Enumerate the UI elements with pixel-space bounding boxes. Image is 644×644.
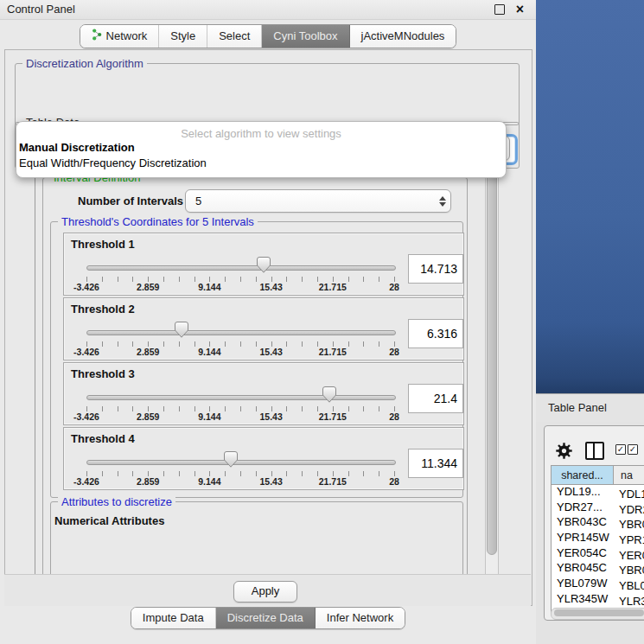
cell-name: YLR3: [614, 595, 644, 608]
threshold-block-1: Threshold 1 -3.4262.8599.14415.4321.7152…: [63, 233, 464, 296]
table-rows: YDL19...YDL1YDR27...YDR2YBR043CYBR0YPR14…: [552, 485, 644, 615]
scale-labels: -3.4262.8599.14415.4321.71528: [86, 347, 394, 357]
slider-thumb[interactable]: [224, 451, 238, 471]
tab-infer-network[interactable]: Infer Network: [316, 608, 405, 628]
tab-jactivemnodules[interactable]: jActiveMNodules: [350, 25, 456, 48]
tab-label: Style: [170, 29, 195, 42]
threshold-value-box[interactable]: 14.713: [408, 254, 463, 284]
cell-name: YDR2: [614, 503, 644, 516]
table-row[interactable]: YBR045CYBR0: [552, 561, 644, 577]
scale-label: 28: [389, 282, 399, 292]
table-row[interactable]: YDR27...YDR2: [552, 501, 644, 516]
panel-title: Control Panel: [7, 3, 75, 16]
group-title: Attributes to discretize: [58, 495, 175, 508]
discretization-algorithm-group: Discretization Algorithm: [15, 63, 520, 125]
tab-label: Cyni Toolbox: [273, 29, 337, 42]
table-panel-box: ✓ ✓ shared... na YDL19...YDL1YDR27...YDR…: [544, 425, 644, 621]
tab-discretize-data[interactable]: Discretize Data: [216, 608, 316, 628]
num-intervals-label: Number of Intervals: [78, 194, 183, 207]
scale-label: 28: [389, 476, 399, 487]
tab-label: Infer Network: [327, 611, 393, 624]
table-row[interactable]: YLR345WYLR3: [552, 592, 644, 608]
num-intervals-value: 5: [186, 194, 435, 207]
popup-item-manual-discretization[interactable]: Manual Discretization: [19, 141, 135, 154]
tab-label: Network: [106, 29, 148, 42]
scale-label: 21.715: [319, 347, 347, 357]
scale-labels: -3.4262.8599.14415.4321.71528: [86, 411, 394, 422]
popup-item-equal-width-frequency[interactable]: Equal Width/Frequency Discretization: [19, 156, 207, 169]
scale-label: 15.43: [259, 347, 282, 357]
slider-thumb[interactable]: [175, 322, 188, 341]
horizontal-scrollbar-thumb[interactable]: [554, 609, 644, 616]
bottom-tab-bar: Impute DataDiscretize DataInfer Network: [131, 607, 405, 629]
tab-cyni-toolbox[interactable]: Cyni Toolbox: [262, 25, 349, 48]
scale-label: 2.859: [137, 411, 159, 422]
threshold-value-box[interactable]: 21.4: [408, 384, 463, 413]
gear-icon[interactable]: [555, 442, 573, 460]
checkbox-icon[interactable]: ✓: [628, 444, 638, 455]
column-header-shared-name[interactable]: shared...: [552, 466, 614, 485]
cell-name: YBR0: [614, 564, 644, 577]
table-row[interactable]: YPR145WYPR1: [552, 531, 644, 546]
cell-shared-name: YDL19...: [552, 485, 614, 498]
cell-shared-name: YDR27...: [552, 501, 614, 513]
cell-name: YPR1: [614, 533, 644, 546]
top-tab-bar-wrap: NetworkStyleSelectCyni ToolboxjActiveMNo…: [0, 24, 536, 48]
checkbox-icon[interactable]: ✓: [615, 444, 626, 455]
threshold-label: Threshold 4: [71, 432, 135, 445]
numerical-attributes-label: Numerical Attributes: [54, 514, 164, 527]
threshold-label: Threshold 1: [71, 238, 135, 251]
scale-label: 21.715: [319, 282, 347, 292]
num-intervals-combo[interactable]: 5: [185, 189, 451, 213]
table-row[interactable]: YDL19...YDL1: [552, 485, 644, 501]
slider-thumb[interactable]: [257, 257, 271, 277]
apply-button[interactable]: Apply: [233, 581, 297, 603]
cell-shared-name: YER054C: [552, 546, 614, 559]
split-columns-icon[interactable]: [585, 442, 604, 460]
scale-label: 9.144: [198, 411, 220, 422]
scale-label: 2.859: [137, 282, 159, 292]
tab-network[interactable]: Network: [80, 25, 160, 48]
vertical-scrollbar-thumb[interactable]: [487, 173, 497, 555]
scale-label: -3.426: [73, 347, 99, 357]
scale-label: -3.426: [73, 476, 99, 487]
cell-name: YDL1: [614, 488, 644, 501]
tab-style[interactable]: Style: [159, 25, 207, 48]
network-icon: [92, 29, 102, 43]
tab-impute-data[interactable]: Impute Data: [131, 608, 216, 628]
table-row[interactable]: YBR043CYBR0: [552, 515, 644, 531]
column-header-name[interactable]: na: [614, 466, 644, 485]
horizontal-scrollbar[interactable]: [551, 608, 644, 620]
apply-strip: Apply: [4, 574, 531, 606]
thresholds-group: Threshold's Coordinates for 5 Intervals …: [50, 221, 463, 498]
scale-label: -3.426: [73, 411, 99, 422]
scale-label: 15.43: [259, 282, 282, 292]
attributes-group: Attributes to discretize Numerical Attri…: [50, 501, 463, 576]
tab-label: Impute Data: [143, 611, 204, 624]
threshold-block-4: Threshold 4 -3.4262.8599.14415.4321.7152…: [63, 427, 464, 490]
group-title: Threshold's Coordinates for 5 Intervals: [58, 215, 258, 228]
vertical-scrollbar[interactable]: [485, 169, 499, 576]
scale-label: 9.144: [198, 347, 220, 357]
tab-select[interactable]: Select: [207, 25, 262, 48]
threshold-value-box[interactable]: 11.344: [408, 449, 463, 478]
cell-name: YER0: [614, 549, 644, 562]
cell-name: YBL0: [614, 579, 644, 592]
cell-name: YBR0: [614, 518, 644, 531]
scale-label: 15.43: [259, 476, 282, 487]
threshold-block-2: Threshold 2 -3.4262.8599.14415.4321.7152…: [63, 297, 464, 360]
threshold-value-box[interactable]: 6.316: [408, 319, 463, 348]
cell-shared-name: YBL079W: [552, 577, 614, 590]
table-row[interactable]: YBL079WYBL0: [552, 577, 644, 592]
threshold-label: Threshold 2: [71, 303, 135, 316]
table-row[interactable]: YER054CYER0: [552, 546, 644, 562]
float-window-icon[interactable]: [494, 4, 505, 15]
slider-thumb[interactable]: [322, 386, 336, 406]
interval-definition-group: Interval Definition Number of Intervals …: [42, 177, 468, 576]
scale-label: -3.426: [73, 282, 99, 292]
scale-label: 21.715: [319, 411, 347, 422]
scale-label: 2.859: [137, 476, 159, 487]
control-panel: Control Panel × NetworkStyleSelectCyni T…: [0, 0, 537, 644]
close-icon[interactable]: ×: [516, 0, 524, 19]
settings-scrollpane: Interval Definition Number of Intervals …: [35, 169, 486, 576]
